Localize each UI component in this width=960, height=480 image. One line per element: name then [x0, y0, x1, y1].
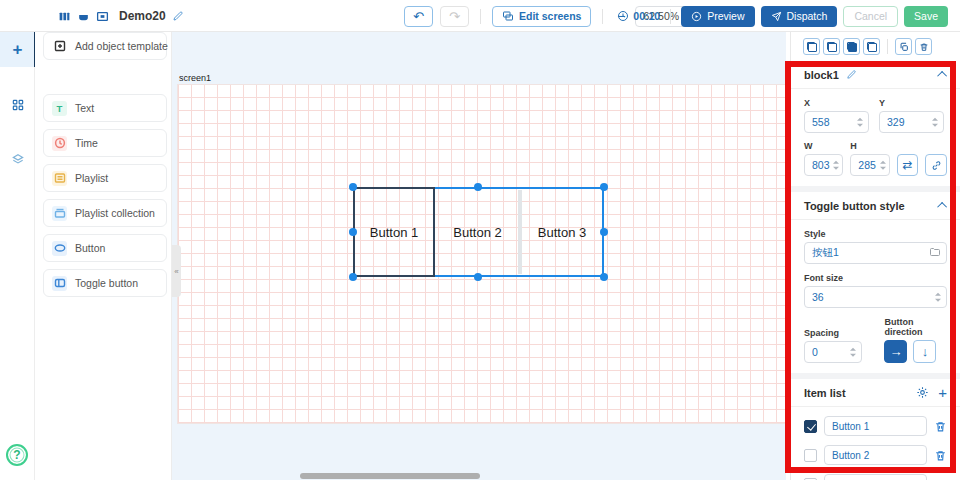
toggle-button-icon	[52, 276, 67, 291]
preview-button[interactable]: Preview	[681, 6, 754, 27]
duration-indicator: 00:10	[617, 10, 660, 22]
play-circle-icon	[691, 11, 702, 22]
chevron-up-icon[interactable]	[937, 71, 947, 81]
swap-dimensions-button[interactable]: ⇄	[897, 154, 919, 176]
bring-to-front-button[interactable]	[843, 38, 860, 55]
w-stepper[interactable]	[833, 161, 839, 170]
playlist-collection-icon	[52, 206, 67, 221]
cancel-button[interactable]: Cancel	[843, 6, 898, 27]
add-item-object-template[interactable]: Add object template	[43, 32, 167, 60]
playlist-icon	[52, 171, 67, 186]
divider	[480, 9, 481, 24]
resize-handle-n[interactable]	[474, 183, 482, 191]
action-controls: 00:10 Preview Dispatch Cancel Save	[617, 0, 948, 32]
rail-widgets-tab[interactable]	[0, 87, 35, 122]
item-checkbox-1[interactable]	[804, 420, 817, 433]
font-size-stepper[interactable]	[935, 293, 941, 302]
block-section-body: X Y W H ⇄	[791, 89, 960, 186]
toggle-style-section-header[interactable]: Toggle button style	[791, 192, 960, 220]
spacing-label: Spacing	[804, 328, 862, 338]
device-icon	[77, 10, 90, 23]
chevron-up-icon[interactable]	[937, 202, 947, 212]
delete-button[interactable]	[915, 38, 932, 55]
resize-handle-se[interactable]	[600, 273, 608, 281]
horizontal-scrollbar[interactable]	[300, 473, 480, 479]
add-item-text[interactable]: T Text	[43, 94, 167, 122]
rail-add-tab[interactable]: +	[0, 32, 35, 67]
spacing-stepper[interactable]	[850, 348, 856, 357]
link-dimensions-button[interactable]	[925, 154, 947, 176]
divider	[670, 9, 671, 24]
title-group: Demo20	[58, 0, 184, 32]
resize-handle-w[interactable]	[349, 228, 357, 236]
resize-handle-s[interactable]	[474, 273, 482, 281]
add-item-playlist-collection[interactable]: Playlist collection	[43, 199, 167, 227]
plus-icon: +	[13, 40, 23, 60]
h-stepper[interactable]	[880, 161, 886, 170]
canvas-button-2[interactable]: Button 2	[435, 187, 520, 277]
gear-icon[interactable]	[916, 386, 929, 399]
send-backward-button[interactable]	[823, 38, 840, 55]
add-item-time[interactable]: Time	[43, 129, 167, 157]
item-label-input-3[interactable]	[824, 474, 927, 480]
block-section-header[interactable]: block1	[791, 61, 960, 89]
h-label: H	[850, 141, 889, 151]
item-delete-button-2[interactable]	[934, 449, 947, 462]
resize-handle-ne[interactable]	[600, 183, 608, 191]
add-item-playlist[interactable]: Playlist	[43, 164, 167, 192]
resize-handle-sw[interactable]	[349, 273, 357, 281]
block-name: block1	[804, 69, 839, 81]
document-title: Demo20	[119, 9, 166, 23]
item-checkbox-2[interactable]	[804, 449, 817, 462]
toggle-style-section-body: Style Font size Spacing Button direction…	[791, 220, 960, 373]
x-stepper[interactable]	[857, 118, 863, 127]
add-object-template-icon	[52, 39, 67, 54]
resize-handle-nw[interactable]	[349, 183, 357, 191]
layer-toolbar	[791, 32, 960, 61]
item-delete-button-1[interactable]	[934, 420, 947, 433]
text-icon: T	[52, 101, 67, 116]
clock-icon	[617, 10, 629, 22]
add-item-button[interactable]: Button	[43, 234, 167, 262]
folder-icon[interactable]	[929, 246, 941, 258]
panel-collapse-handle[interactable]: «	[172, 245, 181, 297]
columns-icon	[58, 10, 71, 23]
resize-handle-e[interactable]	[600, 228, 608, 236]
add-item-toggle-button[interactable]: Toggle button	[43, 269, 167, 297]
help-button[interactable]: ?	[6, 444, 28, 466]
style-input[interactable]	[804, 242, 947, 264]
canvas-button-3[interactable]: Button 3	[520, 187, 604, 277]
direction-horizontal-button[interactable]: →	[884, 340, 907, 363]
save-button[interactable]: Save	[904, 6, 948, 27]
dispatch-button[interactable]: Dispatch	[761, 6, 838, 27]
item-list-section-header: Item list +	[791, 379, 960, 407]
bring-to-front-icon	[847, 42, 857, 52]
item-list-row	[804, 416, 947, 436]
undo-button[interactable]: ↶	[404, 6, 433, 27]
item-label-input-2[interactable]	[824, 445, 927, 465]
toggle-button-block[interactable]: Button 1 Button 2 Button 3	[353, 187, 604, 277]
design-canvas[interactable]: screen1 « Button 1 Button 2 Button 3	[172, 32, 786, 480]
send-to-back-button[interactable]	[863, 38, 880, 55]
time-icon	[52, 136, 67, 151]
canvas-button-1[interactable]: Button 1	[353, 187, 435, 277]
direction-vertical-button[interactable]: ↓	[913, 340, 936, 363]
redo-button[interactable]: ↷	[440, 6, 469, 27]
y-stepper[interactable]	[932, 118, 938, 127]
divider	[602, 9, 603, 24]
bring-forward-button[interactable]	[803, 38, 820, 55]
item-label-input-1[interactable]	[824, 416, 927, 436]
copy-icon	[899, 42, 909, 52]
left-rail: +	[0, 32, 35, 480]
add-item-button[interactable]: +	[938, 385, 947, 400]
send-to-back-icon	[867, 42, 877, 52]
block-rename-edit-icon[interactable]	[846, 69, 857, 80]
edit-screens-button[interactable]: Edit screens	[492, 6, 591, 27]
copy-button[interactable]	[895, 38, 912, 55]
send-backward-icon	[827, 42, 837, 52]
rename-edit-icon[interactable]	[172, 10, 184, 22]
duration-value: 00:10	[633, 10, 660, 22]
item-list-row	[804, 474, 947, 480]
rail-layers-tab[interactable]	[0, 142, 35, 177]
font-size-input[interactable]	[804, 286, 947, 308]
